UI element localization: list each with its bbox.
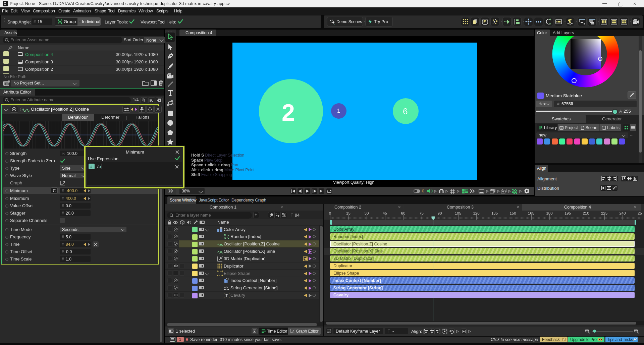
svg-text:abc: abc (224, 286, 229, 289)
